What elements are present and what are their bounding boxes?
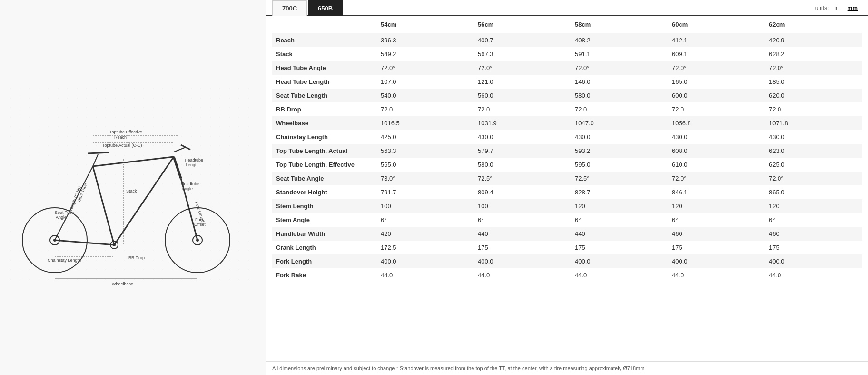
row-value: 828.7 xyxy=(571,185,668,199)
svg-text:Seat Tube: Seat Tube xyxy=(55,210,74,215)
table-row: Fork Rake44.044.044.044.044.0 xyxy=(272,268,862,282)
row-value: 791.7 xyxy=(377,185,474,199)
row-value: 563.3 xyxy=(377,144,474,158)
row-value: 420.9 xyxy=(765,33,862,48)
table-row: Stem Length100100120120120 xyxy=(272,199,862,213)
right-panel: 700C 650B units: in mm 54cm 56cm 58cm 60… xyxy=(266,0,868,375)
units-label: units: xyxy=(815,5,829,11)
row-value: 430.0 xyxy=(765,130,862,144)
svg-text:Toptube Actual (C-C): Toptube Actual (C-C) xyxy=(102,143,142,148)
row-value: 175 xyxy=(571,241,668,254)
row-value: 72.0 xyxy=(377,102,474,116)
row-value: 400.0 xyxy=(377,254,474,268)
row-value: 623.0 xyxy=(765,144,862,158)
row-value: 420 xyxy=(377,227,474,241)
row-value: 549.2 xyxy=(377,47,474,61)
row-value: 400.7 xyxy=(474,33,571,48)
svg-text:Angle: Angle xyxy=(56,215,67,220)
row-value: 72.0 xyxy=(474,102,571,116)
geometry-table: 54cm 56cm 58cm 60cm 62cm Reach396.3400.7… xyxy=(272,16,862,282)
col-header-60: 60cm xyxy=(668,16,765,33)
row-value: 6° xyxy=(765,213,862,227)
row-value: 44.0 xyxy=(668,268,765,282)
svg-line-18 xyxy=(88,152,109,153)
row-value: 580.0 xyxy=(474,158,571,172)
row-value: 6° xyxy=(474,213,571,227)
units-bar: units: in mm xyxy=(815,4,860,12)
row-value: 72.5° xyxy=(571,172,668,185)
row-value: 620.0 xyxy=(765,89,862,102)
row-value: 567.3 xyxy=(474,47,571,61)
footnote: All dimensions are preliminary and subje… xyxy=(266,361,868,375)
svg-text:Reach: Reach xyxy=(114,135,127,140)
unit-in-button[interactable]: in xyxy=(831,4,841,12)
row-value: 565.0 xyxy=(377,158,474,172)
table-row: Chainstay Length425.0430.0430.0430.0430.… xyxy=(272,130,862,144)
svg-text:Headtube: Headtube xyxy=(181,182,199,186)
unit-mm-button[interactable]: mm xyxy=(845,4,860,12)
row-value: 72.0° xyxy=(668,172,765,185)
row-value: 460 xyxy=(668,227,765,241)
row-value: 72.0° xyxy=(571,61,668,75)
row-value: 809.4 xyxy=(474,185,571,199)
row-value: 73.0° xyxy=(377,172,474,185)
row-value: 580.0 xyxy=(571,89,668,102)
row-value: 1047.0 xyxy=(571,116,668,130)
svg-point-16 xyxy=(113,243,116,246)
row-label: Crank Length xyxy=(272,241,377,254)
row-value: 185.0 xyxy=(765,75,862,89)
table-header-row: 54cm 56cm 58cm 60cm 62cm xyxy=(272,16,862,33)
svg-text:Toptube Effective: Toptube Effective xyxy=(109,130,142,134)
row-label: Chainstay Length xyxy=(272,130,377,144)
row-value: 540.0 xyxy=(377,89,474,102)
row-value: 846.1 xyxy=(668,185,765,199)
table-body: Reach396.3400.7408.2412.1420.9Stack549.2… xyxy=(272,33,862,283)
row-value: 560.0 xyxy=(474,89,571,102)
table-row: Wheelbase1016.51031.91047.01056.81071.8 xyxy=(272,116,862,130)
geometry-table-container: 54cm 56cm 58cm 60cm 62cm Reach396.3400.7… xyxy=(266,16,868,361)
row-label: Seat Tube Length xyxy=(272,89,377,102)
row-value: 460 xyxy=(765,227,862,241)
row-value: 425.0 xyxy=(377,130,474,144)
row-value: 172.5 xyxy=(377,241,474,254)
table-row: Stem Angle6°6°6°6°6° xyxy=(272,213,862,227)
table-row: Fork Length400.0400.0400.0400.0400.0 xyxy=(272,254,862,268)
row-value: 430.0 xyxy=(474,130,571,144)
bike-diagram: Toptube Effective Reach Toptube Actual (… xyxy=(10,88,257,288)
row-value: 72.0° xyxy=(765,61,862,75)
row-value: 440 xyxy=(474,227,571,241)
row-value: 400.0 xyxy=(765,254,862,268)
row-label: Stem Angle xyxy=(272,213,377,227)
row-value: 72.0° xyxy=(765,172,862,185)
row-value: 44.0 xyxy=(474,268,571,282)
row-value: 625.0 xyxy=(765,158,862,172)
row-label: Head Tube Angle xyxy=(272,61,377,75)
table-row: Top Tube Length, Effective565.0580.0595.… xyxy=(272,158,862,172)
row-value: 44.0 xyxy=(571,268,668,282)
tab-650b[interactable]: 650B xyxy=(308,0,343,16)
row-value: 165.0 xyxy=(668,75,765,89)
svg-text:Chainstay Length: Chainstay Length xyxy=(48,258,81,263)
row-value: 608.0 xyxy=(668,144,765,158)
row-value: 400.0 xyxy=(668,254,765,268)
row-label: Fork Rake xyxy=(272,268,377,282)
row-value: 175 xyxy=(474,241,571,254)
table-row: BB Drop72.072.072.072.072.0 xyxy=(272,102,862,116)
row-value: 44.0 xyxy=(765,268,862,282)
row-label: Standover Height xyxy=(272,185,377,199)
row-label: BB Drop xyxy=(272,102,377,116)
row-value: 609.1 xyxy=(668,47,765,61)
row-value: 610.0 xyxy=(668,158,765,172)
svg-text:Offset: Offset xyxy=(194,222,206,227)
table-row: Standover Height791.7809.4828.7846.1865.… xyxy=(272,185,862,199)
row-value: 430.0 xyxy=(668,130,765,144)
tab-700c[interactable]: 700C xyxy=(272,0,307,16)
table-row: Seat Tube Angle73.0°72.5°72.5°72.0°72.0° xyxy=(272,172,862,185)
table-row: Top Tube Length, Actual563.3579.7593.260… xyxy=(272,144,862,158)
row-value: 6° xyxy=(377,213,474,227)
row-value: 100 xyxy=(377,199,474,213)
row-label: Reach xyxy=(272,33,377,48)
row-value: 120 xyxy=(765,199,862,213)
row-label: Seat Tube Angle xyxy=(272,172,377,185)
svg-text:BB Drop: BB Drop xyxy=(128,255,145,260)
